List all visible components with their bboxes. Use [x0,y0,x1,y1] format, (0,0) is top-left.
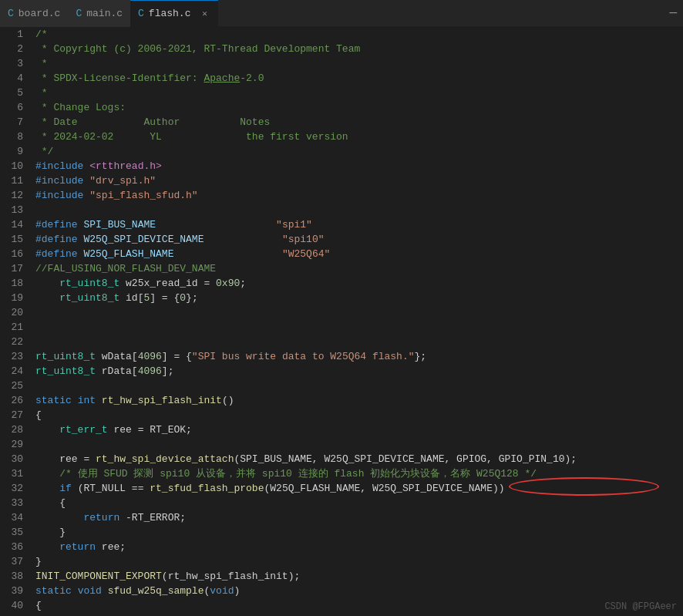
line-number: 40 [0,598,23,613]
line-number: 30 [0,452,23,466]
line-number: 20 [0,305,23,320]
line-number: 38 [0,569,23,584]
line-number: 3 [0,56,23,71]
code-line: } [35,554,683,569]
line-number: 21 [0,320,23,335]
line-number: 22 [0,335,23,349]
minimize-button[interactable]: — [669,6,677,20]
code-line: return -RT_ERROR; [35,510,683,525]
code-line: { [35,598,683,613]
tab-flash-icon: C [138,8,144,19]
code-line [35,613,683,616]
line-number: 26 [0,393,23,408]
code-line: /* 使用 SFUD 探测 spi10 从设备，并将 spi10 连接的 fla… [35,466,683,481]
line-number: 18 [0,276,23,291]
code-line: return ree; [35,540,683,554]
line-number: 8 [0,130,23,144]
line-number: 24 [0,364,23,379]
code-line: { [35,496,683,510]
code-line: rt_uint8_t wData[4096] = {"SPI bus write… [35,349,683,364]
tab-main-icon: C [76,8,82,19]
tab-board-label: board.c [19,8,61,19]
line-number: 32 [0,481,23,496]
line-number: 31 [0,466,23,481]
code-area: 1234567891011121314151617181920212223242… [0,27,683,616]
line-number: 41 [0,613,23,616]
code-line: * 2024-02-02 YL the first version [35,130,683,144]
tab-bar: C board.c C main.c C flash.c ✕ — [0,0,683,27]
code-line [35,379,683,393]
code-line: #define W25Q_FLASH_NAME "W25Q64" [35,247,683,261]
line-number: 1 [0,27,23,42]
code-line: rt_uint8_t id[5] = {0}; [35,291,683,305]
code-line: //FAL_USING_NOR_FLASH_DEV_NAME [35,261,683,276]
line-number: 2 [0,42,23,56]
line-number: 33 [0,496,23,510]
line-number: 34 [0,510,23,525]
line-number: 4 [0,71,23,86]
line-number: 19 [0,291,23,305]
line-number: 12 [0,188,23,203]
code-content[interactable]: /* * Copyright (c) 2006-2021, RT-Thread … [29,27,683,616]
code-line: * Copyright (c) 2006-2021, RT-Thread Dev… [35,42,683,56]
code-line: #include "spi_flash_sfud.h" [35,188,683,203]
tab-board[interactable]: C board.c [0,0,68,27]
code-line [35,437,683,452]
code-line: * Change Logs: [35,100,683,115]
code-line: #include <rtthread.h> [35,159,683,173]
line-number: 29 [0,437,23,452]
code-line: rt_uint8_t w25x_read_id = 0x90; [35,276,683,291]
line-number: 25 [0,379,23,393]
line-number: 17 [0,261,23,276]
code-line: /* [35,27,683,42]
line-number: 15 [0,232,23,247]
line-number: 28 [0,422,23,437]
code-line: static int rt_hw_spi_flash_init() [35,393,683,408]
tab-main[interactable]: C main.c [68,0,130,27]
line-numbers: 1234567891011121314151617181920212223242… [0,27,29,616]
line-number: 7 [0,115,23,130]
line-number: 13 [0,203,23,217]
code-line [35,305,683,320]
code-line [35,203,683,217]
code-line: ree = rt_hw_spi_device_attach(SPI_BUS_NA… [35,452,683,466]
code-line: * Date Author Notes [35,115,683,130]
line-number: 39 [0,584,23,598]
code-line [35,335,683,349]
line-number: 37 [0,554,23,569]
line-number: 5 [0,86,23,100]
line-number: 36 [0,540,23,554]
code-line: * [35,86,683,100]
line-number: 14 [0,217,23,232]
code-line: */ [35,144,683,159]
tab-flash[interactable]: C flash.c ✕ [130,0,218,27]
code-line: { [35,408,683,422]
line-number: 23 [0,349,23,364]
tab-flash-label: flash.c [149,8,191,19]
code-line: INIT_COMPONENT_EXPORT(rt_hw_spi_flash_in… [35,569,683,584]
code-line: #define SPI_BUS_NAME "spi1" [35,217,683,232]
code-line: static void sfud_w25q_sample(void) [35,584,683,598]
line-number: 27 [0,408,23,422]
code-line: #include "drv_spi.h" [35,173,683,188]
line-number: 35 [0,525,23,540]
tab-flash-close[interactable]: ✕ [198,8,210,20]
line-number: 10 [0,159,23,173]
line-number: 16 [0,247,23,261]
line-number: 6 [0,100,23,115]
code-line: rt_err_t ree = RT_EOK; [35,422,683,437]
code-line: #define W25Q_SPI_DEVICE_NAME "spi10" [35,232,683,247]
tab-main-label: main.c [86,8,123,19]
line-number: 9 [0,144,23,159]
code-line: } [35,525,683,540]
code-line: rt_uint8_t rData[4096]; [35,364,683,379]
tab-board-icon: C [8,8,14,19]
watermark: CSDN @FPGAeer [604,601,677,612]
code-line: * SPDX-License-Identifier: Apache-2.0 [35,71,683,86]
code-line: * [35,56,683,71]
code-line: if (RT_NULL == rt_sfud_flash_probe(W25Q_… [35,481,683,496]
line-number: 11 [0,173,23,188]
code-line [35,320,683,335]
